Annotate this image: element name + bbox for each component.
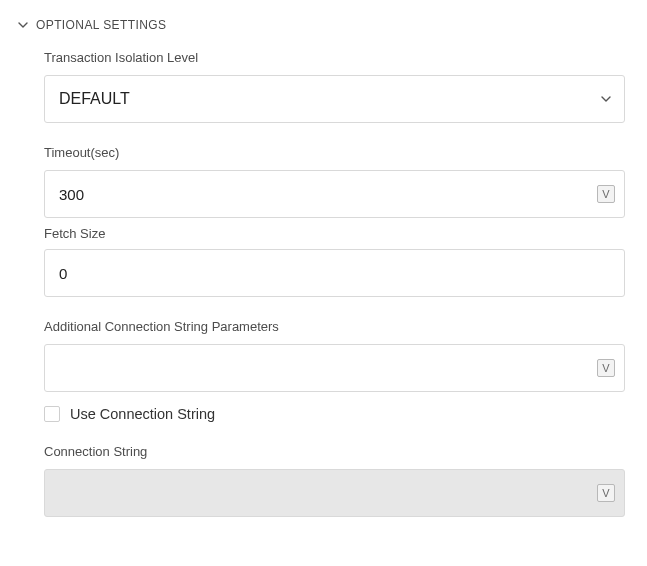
- connectionstring-label: Connection String: [44, 444, 625, 459]
- optional-settings-panel: OPTIONAL SETTINGS Transaction Isolation …: [0, 0, 647, 539]
- isolation-select-value: DEFAULT: [59, 90, 130, 108]
- section-header[interactable]: OPTIONAL SETTINGS: [18, 18, 625, 32]
- variable-icon[interactable]: V: [597, 484, 615, 502]
- section-title: OPTIONAL SETTINGS: [36, 18, 166, 32]
- connectionstring-input-wrap: V: [44, 469, 625, 517]
- fetchsize-label: Fetch Size: [44, 226, 625, 241]
- use-connection-string-row: Use Connection String: [44, 406, 625, 422]
- use-connection-string-checkbox[interactable]: [44, 406, 60, 422]
- isolation-label: Transaction Isolation Level: [44, 50, 625, 65]
- timeout-label: Timeout(sec): [44, 145, 625, 160]
- chevron-down-icon: [18, 20, 28, 30]
- fetchsize-input[interactable]: [44, 249, 625, 297]
- use-connection-string-label[interactable]: Use Connection String: [70, 406, 215, 422]
- variable-icon[interactable]: V: [597, 185, 615, 203]
- additionalparams-input-wrap: V: [44, 344, 625, 392]
- variable-icon[interactable]: V: [597, 359, 615, 377]
- additionalparams-input[interactable]: [44, 344, 625, 392]
- timeout-input[interactable]: [44, 170, 625, 218]
- form-body: Transaction Isolation Level DEFAULT Time…: [18, 50, 625, 517]
- isolation-select[interactable]: DEFAULT: [44, 75, 625, 123]
- isolation-select-wrap: DEFAULT: [44, 75, 625, 123]
- connectionstring-input: [44, 469, 625, 517]
- timeout-input-wrap: V: [44, 170, 625, 218]
- additionalparams-label: Additional Connection String Parameters: [44, 319, 625, 334]
- fetchsize-input-wrap: [44, 249, 625, 297]
